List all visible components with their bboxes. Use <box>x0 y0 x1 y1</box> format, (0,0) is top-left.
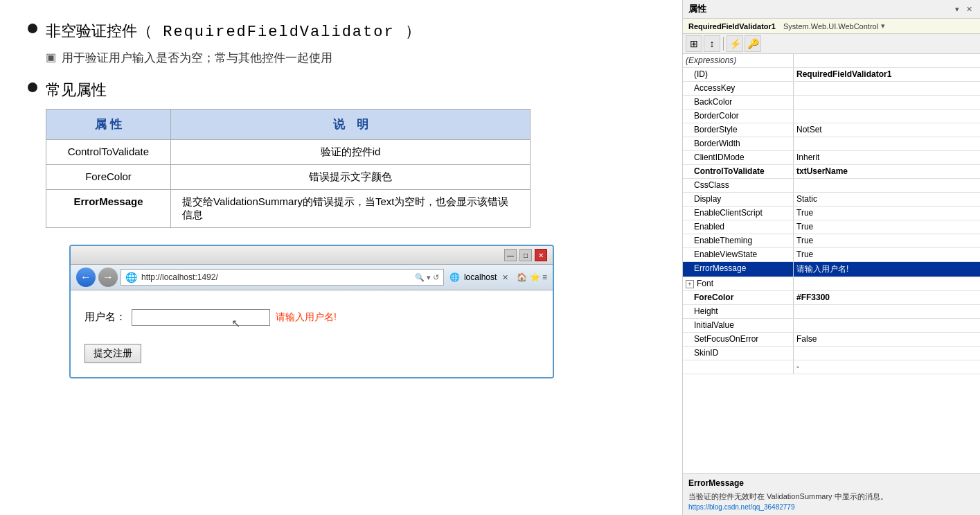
close-panel-button[interactable]: ✕ <box>964 5 974 14</box>
toolbar-separator <box>723 37 724 51</box>
props-row-setfocusonerror: SetFocusOnError False <box>683 333 980 347</box>
submit-button[interactable]: 提交注册 <box>84 344 141 363</box>
props-row-initialvalue: InitialValue <box>683 319 980 333</box>
props-row-accesskey: AccessKey <box>683 82 980 96</box>
back-button[interactable]: ← <box>76 268 96 287</box>
bullet-title-2: 常见属性 <box>46 80 107 101</box>
props-val: True <box>794 234 980 247</box>
props-val-font <box>794 277 980 290</box>
browser-icon: 🌐 <box>125 272 137 283</box>
properties-table: 属 性 说 明 ControlToValidate 验证的控件id ForeCo… <box>46 109 531 228</box>
props-row-enabled: Enabled True <box>683 220 980 234</box>
form-label: 用户名： <box>84 311 126 324</box>
tab-separator: 🌐 <box>449 272 460 282</box>
props-key: ControlToValidate <box>683 165 794 178</box>
username-input[interactable] <box>132 309 270 326</box>
props-val: txtUserName <box>794 165 980 178</box>
props-key: EnableClientScript <box>683 207 794 220</box>
url-text: http://localhost:1492/ <box>141 272 411 282</box>
browser-navbar: ← → 🌐 http://localhost:1492/ 🔍 ▾ ↺ 🌐 loc… <box>71 265 553 290</box>
bullet-item-1: 非空验证控件（ RequiredFieldValidator ） <box>28 21 654 42</box>
list-icon: ▣ <box>46 51 56 64</box>
props-title: 属性 <box>688 3 706 15</box>
component-type: System.Web.UI.WebControl <box>783 22 878 30</box>
form-row: 用户名： 请输入用户名! ↖ <box>84 304 539 330</box>
props-key: SetFocusOnError <box>683 333 794 346</box>
props-val: True <box>794 220 980 234</box>
footer-title: ErrorMessage <box>688 478 974 488</box>
left-panel: 非空验证控件（ RequiredFieldValidator ） ▣ 用于验证用… <box>0 0 682 515</box>
table-cell-desc-1: 错误提示文字颜色 <box>171 165 531 190</box>
props-header: 属性 ▾ ✕ <box>683 0 980 19</box>
props-row-enableclientscript: EnableClientScript True <box>683 207 980 220</box>
bullet-code-1: RequiredFieldValidator <box>152 24 405 41</box>
props-key: SkinID <box>683 347 794 360</box>
props-row-errormessage[interactable]: ErrorMessage 请输入用户名! <box>683 262 980 277</box>
table-cell-desc-0: 验证的控件id <box>171 140 531 165</box>
props-val <box>794 110 980 123</box>
props-row-controltovalidate: ControlToValidate txtUserName <box>683 165 980 179</box>
close-button[interactable]: ✕ <box>535 249 547 261</box>
bullet-label-1: 非空验证控件（ <box>46 22 152 40</box>
toolbar-key-button[interactable]: 🔑 <box>745 35 761 52</box>
cursor-icon: ↖ <box>231 317 240 330</box>
footer-description: 当验证的控件无效时在 ValidationSummary 中显示的消息。 <box>688 491 974 503</box>
props-row-cssclass: CssClass <box>683 179 980 193</box>
tab-label: localhost <box>464 272 497 282</box>
font-expand-icon[interactable]: + <box>686 280 694 288</box>
props-key: Height <box>683 305 794 318</box>
bullet-dot-1 <box>28 24 37 33</box>
minimize-button[interactable]: — <box>504 249 517 261</box>
props-key: CssClass <box>683 179 794 192</box>
props-key: EnableViewState <box>683 248 794 261</box>
props-key-font: +Font <box>683 277 794 290</box>
props-row-clientidmode: ClientIDMode Inherit <box>683 151 980 165</box>
props-row-enabletheming: EnableTheming True <box>683 234 980 248</box>
properties-panel: 属性 ▾ ✕ RequiredFieldValidator1 System.We… <box>682 0 980 515</box>
toolbar-sort-button[interactable]: ↕ <box>704 35 720 52</box>
toolbar-event-button[interactable]: ⚡ <box>727 35 743 52</box>
footer-url: https://blog.csdn.net/qq_36482779 <box>688 503 974 511</box>
props-row-extra: - <box>683 360 980 374</box>
props-val: #FF3300 <box>794 291 980 304</box>
url-actions: 🔍 ▾ ↺ <box>415 273 439 282</box>
table-header-desc: 说 明 <box>171 110 531 140</box>
browser-mockup: — □ ✕ ← → 🌐 http://localhost:1492/ 🔍 ▾ ↺… <box>69 245 554 378</box>
table-row: ErrorMessage 提交给ValidationSummary的错误提示，当… <box>46 190 531 228</box>
tab-close[interactable]: ✕ <box>502 273 508 282</box>
props-row-expressions: (Expressions) <box>683 54 980 68</box>
props-val: Static <box>794 193 980 206</box>
props-row-enableviewstate: EnableViewState True <box>683 248 980 262</box>
props-val <box>794 347 980 360</box>
props-row-height: Height <box>683 305 980 319</box>
sub-text-1: 用于验证用户输入是否为空；常与其他控件一起使用 <box>62 50 332 66</box>
props-val: NotSet <box>794 123 980 137</box>
props-key <box>683 360 794 374</box>
submit-row: 提交注册 <box>84 344 539 363</box>
toolbar-grid-button[interactable]: ⊞ <box>686 35 702 52</box>
props-key: ClientIDMode <box>683 151 794 164</box>
props-footer: ErrorMessage 当验证的控件无效时在 ValidationSummar… <box>683 473 980 516</box>
props-key: EnableTheming <box>683 234 794 247</box>
props-key: Display <box>683 193 794 206</box>
props-val <box>794 179 980 192</box>
component-dropdown-icon: ▾ <box>881 21 885 30</box>
props-row-font: +Font <box>683 277 980 291</box>
url-bar[interactable]: 🌐 http://localhost:1492/ 🔍 ▾ ↺ <box>121 269 444 286</box>
props-key: AccessKey <box>683 82 794 95</box>
pin-button[interactable]: ▾ <box>953 5 961 14</box>
props-val <box>794 82 980 95</box>
props-key: (Expressions) <box>683 54 794 67</box>
props-row-borderstyle: BorderStyle NotSet <box>683 123 980 137</box>
forward-button[interactable]: → <box>98 268 118 287</box>
table-header-prop: 属 性 <box>46 110 171 140</box>
props-row-backcolor: BackColor <box>683 96 980 110</box>
props-window-controls: ▾ ✕ <box>953 5 974 14</box>
props-row-id: (ID) RequiredFieldValidator1 <box>683 68 980 82</box>
props-row-borderwidth: BorderWidth <box>683 137 980 151</box>
props-key: BorderWidth <box>683 137 794 150</box>
component-selector[interactable]: RequiredFieldValidator1 System.Web.UI.We… <box>683 19 980 34</box>
maximize-button[interactable]: □ <box>519 249 532 261</box>
props-val-errormessage: 请输入用户名! <box>794 262 980 277</box>
props-row-display: Display Static <box>683 193 980 207</box>
